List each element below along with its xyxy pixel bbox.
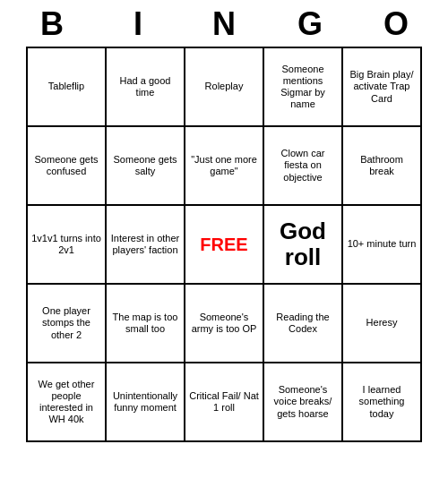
title-letter: N (185, 5, 263, 43)
bingo-cell-23: Someone's voice breaks/ gets hoarse (264, 363, 343, 442)
bingo-cell-10: 1v1v1 turns into 2v1 (28, 206, 107, 285)
bingo-cell-3: Someone mentions Sigmar by name (264, 48, 343, 127)
bingo-cell-1: Had a good time (107, 48, 185, 127)
bingo-cell-21: Unintentionally funny moment (107, 363, 185, 442)
title-letter: G (271, 5, 349, 43)
title-letter: O (357, 5, 435, 43)
bingo-cell-18: Reading the Codex (264, 285, 343, 363)
bingo-cell-9: Bathroom break (343, 127, 422, 206)
bingo-cell-19: Heresy (343, 285, 422, 363)
bingo-cell-0: Tableflip (28, 48, 107, 127)
bingo-grid: TableflipHad a good timeRoleplaySomeone … (26, 47, 422, 442)
bingo-title: BINGO (9, 0, 439, 47)
title-letter: B (13, 5, 91, 43)
bingo-cell-22: Critical Fail/ Nat 1 roll (185, 363, 264, 442)
bingo-cell-6: Someone gets salty (107, 127, 185, 206)
bingo-cell-4: Big Brain play/ activate Trap Card (343, 48, 422, 127)
bingo-cell-14: 10+ minute turn (343, 206, 422, 285)
bingo-cell-12: FREE (185, 206, 264, 285)
bingo-cell-7: "Just one more game" (185, 127, 264, 206)
bingo-cell-8: Clown car fiesta on objective (264, 127, 343, 206)
bingo-cell-20: We get other people interested in WH 40k (28, 363, 107, 442)
bingo-cell-16: The map is too small too (107, 285, 185, 363)
bingo-cell-5: Someone gets confused (28, 127, 107, 206)
bingo-cell-2: Roleplay (185, 48, 264, 127)
bingo-cell-11: Interest in other players' faction (107, 206, 185, 285)
title-letter: I (99, 5, 177, 43)
bingo-cell-17: Someone's army is too OP (185, 285, 264, 363)
bingo-cell-13: God roll (264, 206, 343, 285)
bingo-cell-24: I learned something today (343, 363, 422, 442)
bingo-cell-15: One player stomps the other 2 (28, 285, 107, 363)
